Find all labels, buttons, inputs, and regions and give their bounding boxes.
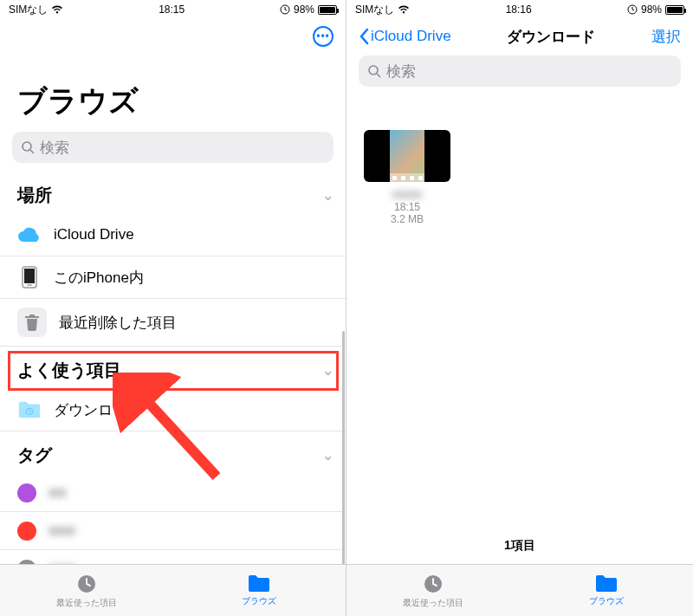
location-on-iphone[interactable]: このiPhone内 [0,256,346,299]
file-time: 18:15 [394,201,420,213]
tags-header[interactable]: タグ ⌄ [0,431,346,474]
svg-line-9 [377,74,380,77]
tab-recents[interactable]: 最近使った項目 [346,565,520,616]
location-icloud[interactable]: iCloud Drive [0,214,346,256]
tag-dot-icon [17,560,36,565]
folder-icon [17,398,42,422]
locations-header[interactable]: 場所 ⌄ [0,172,346,214]
nav-bar: iCloud Drive ダウンロード 選択 [346,17,693,55]
wifi-icon [398,5,410,14]
search-placeholder: 検索 [40,138,69,158]
chevron-down-icon: ⌄ [322,362,334,379]
chevron-down-icon: ⌄ [322,187,334,204]
file-size: 3.2 MB [391,213,424,225]
clock-icon [422,573,444,595]
browse-pane: SIMなし 18:15 98% ••• ブラウズ 検索 場所 ⌄ iCloud … [0,0,346,616]
svg-line-2 [30,150,34,153]
battery-pct: 98% [294,3,314,16]
scroll-indicator[interactable] [342,331,345,564]
alarm-icon [627,4,638,15]
tab-recents[interactable]: 最近使った項目 [0,565,173,616]
tab-browse[interactable]: ブラウズ [520,565,693,616]
folder-icon [247,574,271,593]
chevron-left-icon [359,28,369,45]
search-input[interactable]: 検索 [12,132,334,163]
chevron-down-icon: ⌄ [322,447,334,464]
tag-row[interactable]: ■■■ [0,550,346,564]
file-name: ■■■■ [392,187,422,201]
item-count: 1項目 [346,528,693,564]
folder-pane: SIMなし 18:16 98% iCloud Drive ダウンロード 選択 検… [346,0,693,616]
trash-icon [17,308,47,337]
svg-point-8 [369,66,378,75]
file-item[interactable]: ■■■■ 18:15 3.2 MB [364,130,450,225]
tag-dot-icon [17,522,36,541]
time-label: 18:16 [506,3,532,16]
tab-bar: 最近使った項目 ブラウズ [0,564,346,616]
nav-bar: ••• [0,17,346,55]
location-recently-deleted[interactable]: 最近削除した項目 [0,299,346,347]
cloud-icon [17,223,42,247]
search-placeholder: 検索 [386,62,416,81]
favorite-downloads[interactable]: ダウンロード [0,389,346,431]
carrier-label: SIMなし [9,3,48,17]
iphone-icon [17,265,42,289]
search-icon [21,140,35,154]
nav-title: ダウンロード [507,27,595,47]
carrier-label: SIMなし [355,3,394,17]
clock-icon [75,573,98,595]
search-icon [367,64,381,78]
battery-icon [318,5,337,15]
alarm-icon [280,4,290,15]
folder-icon [594,574,619,593]
search-input[interactable]: 検索 [359,55,681,87]
status-bar: SIMなし 18:15 98% [0,0,346,17]
page-title: ブラウズ [0,55,346,132]
tag-row[interactable]: ■■ [0,474,346,512]
back-button[interactable]: iCloud Drive [359,28,451,45]
tab-bar: 最近使った項目 ブラウズ [346,564,693,616]
content-area: 場所 ⌄ iCloud Drive このiPhone内 最近削除した項目 よく使… [0,172,346,564]
svg-point-1 [23,142,31,151]
wifi-icon [51,5,63,14]
favorites-header[interactable]: よく使う項目 ⌄ [0,347,346,389]
battery-pct: 98% [641,3,662,16]
status-bar: SIMなし 18:16 98% [346,0,693,17]
file-grid: ■■■■ 18:15 3.2 MB [346,95,693,528]
more-button[interactable]: ••• [313,26,334,47]
tag-dot-icon [17,483,36,503]
battery-icon [665,5,684,15]
time-label: 18:15 [159,3,185,16]
file-thumbnail [364,130,450,182]
tag-row[interactable]: ■■■ [0,512,346,550]
tab-browse[interactable]: ブラウズ [173,565,346,616]
select-button[interactable]: 選択 [651,27,681,47]
